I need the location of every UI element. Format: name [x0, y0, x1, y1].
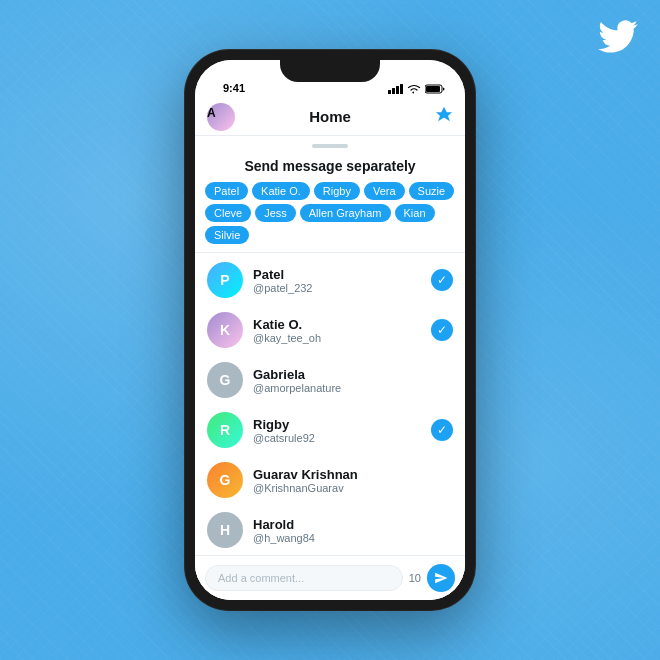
contact-item-harold[interactable]: H Harold @h_wang84: [195, 505, 465, 555]
contact-item-gabriela[interactable]: G Gabriela @amorpelanature: [195, 355, 465, 405]
nav-icon-right[interactable]: [435, 105, 453, 128]
svg-rect-0: [388, 90, 391, 94]
check-rigby: ✓: [431, 419, 453, 441]
name-harold: Harold: [253, 517, 453, 532]
tag-vera[interactable]: Vera: [364, 182, 405, 200]
name-katie: Katie O.: [253, 317, 421, 332]
sheet-handle-bar: [312, 144, 348, 148]
content-area: Send message separately Patel Katie O. R…: [195, 152, 465, 600]
avatar-harold: H: [207, 512, 243, 548]
phone-notch: [280, 60, 380, 82]
handle-guarav: @KrishnanGuarav: [253, 482, 453, 494]
tag-allen[interactable]: Allen Grayham: [300, 204, 391, 222]
contact-item-guarav[interactable]: G Guarav Krishnan @KrishnanGuarav: [195, 455, 465, 505]
twitter-logo-icon: [598, 20, 638, 53]
status-icons: [388, 84, 445, 94]
info-guarav: Guarav Krishnan @KrishnanGuarav: [253, 467, 453, 494]
avatar-rigby: R: [207, 412, 243, 448]
handle-harold: @h_wang84: [253, 532, 453, 544]
nav-title: Home: [309, 108, 351, 125]
handle-rigby: @catsrule92: [253, 432, 421, 444]
info-harold: Harold @h_wang84: [253, 517, 453, 544]
divider: [195, 252, 465, 253]
name-guarav: Guarav Krishnan: [253, 467, 453, 482]
info-patel: Patel @patel_232: [253, 267, 421, 294]
nav-bar: A Home: [195, 98, 465, 136]
tag-patel[interactable]: Patel: [205, 182, 248, 200]
handle-patel: @patel_232: [253, 282, 421, 294]
name-patel: Patel: [253, 267, 421, 282]
name-gabriela: Gabriela: [253, 367, 453, 382]
send-header: Send message separately: [195, 152, 465, 182]
battery-icon: [425, 84, 445, 94]
svg-rect-3: [400, 84, 403, 94]
tag-katie[interactable]: Katie O.: [252, 182, 310, 200]
tag-silvie[interactable]: Silvie: [205, 226, 249, 244]
handle-gabriela: @amorpelanature: [253, 382, 453, 394]
avatar-patel: P: [207, 262, 243, 298]
contact-item-rigby[interactable]: R Rigby @catsrule92 ✓: [195, 405, 465, 455]
svg-rect-2: [396, 86, 399, 94]
avatar-katie: K: [207, 312, 243, 348]
name-rigby: Rigby: [253, 417, 421, 432]
phone-screen: 9:41: [195, 60, 465, 600]
contact-item-katie[interactable]: K Katie O. @kay_tee_oh ✓: [195, 305, 465, 355]
status-time: 9:41: [215, 82, 245, 94]
signal-icon: [388, 84, 403, 94]
info-rigby: Rigby @catsrule92: [253, 417, 421, 444]
sheet-handle: [195, 136, 465, 152]
avatar-gabriela: G: [207, 362, 243, 398]
svg-rect-1: [392, 88, 395, 94]
handle-katie: @kay_tee_oh: [253, 332, 421, 344]
wifi-icon: [407, 84, 421, 94]
send-button[interactable]: [427, 564, 455, 592]
tag-jess[interactable]: Jess: [255, 204, 296, 222]
tags-area: Patel Katie O. Rigby Vera Suzie Cleve Je…: [195, 182, 465, 252]
phone-frame: 9:41: [185, 50, 475, 610]
char-count: 10: [409, 572, 421, 584]
tag-rigby[interactable]: Rigby: [314, 182, 360, 200]
info-katie: Katie O. @kay_tee_oh: [253, 317, 421, 344]
contacts-list: P Patel @patel_232 ✓ K Katie O. @kay_tee…: [195, 255, 465, 555]
svg-rect-5: [426, 86, 440, 92]
check-patel: ✓: [431, 269, 453, 291]
tag-suzie[interactable]: Suzie: [409, 182, 455, 200]
nav-avatar[interactable]: A: [207, 103, 235, 131]
contact-item-patel[interactable]: P Patel @patel_232 ✓: [195, 255, 465, 305]
avatar-guarav: G: [207, 462, 243, 498]
comment-input[interactable]: Add a comment...: [205, 565, 403, 591]
info-gabriela: Gabriela @amorpelanature: [253, 367, 453, 394]
tag-kian[interactable]: Kian: [395, 204, 435, 222]
tag-cleve[interactable]: Cleve: [205, 204, 251, 222]
bottom-input-area: Add a comment... 10: [195, 555, 465, 600]
check-katie: ✓: [431, 319, 453, 341]
